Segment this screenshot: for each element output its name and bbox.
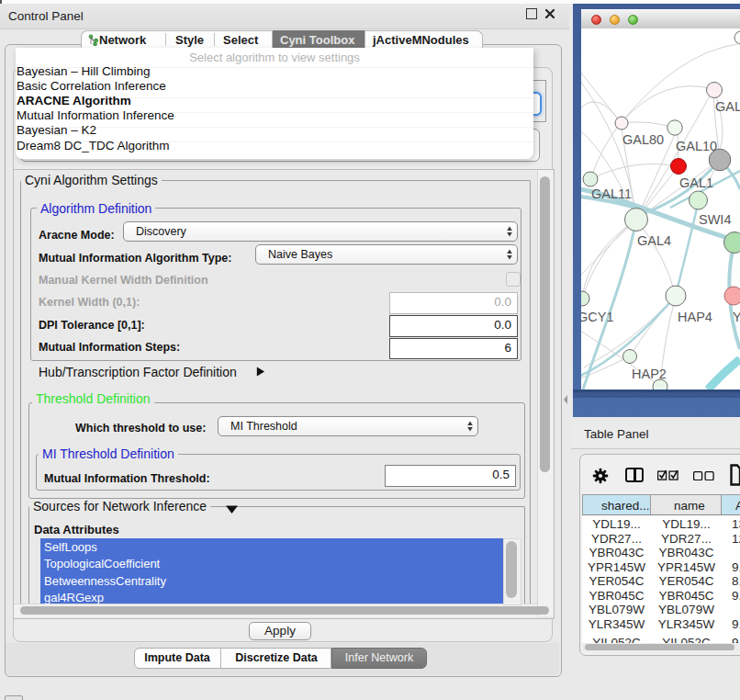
svg-text:HAP2: HAP2 <box>632 367 667 381</box>
svg-text:GAL80: GAL80 <box>622 132 664 147</box>
svg-text:HAP4: HAP4 <box>678 310 712 324</box>
svg-text:GCY1: GCY1 <box>581 310 614 324</box>
svg-text:GAL10: GAL10 <box>676 139 717 153</box>
svg-text:GAL11: GAL11 <box>591 186 632 201</box>
svg-text:Y: Y <box>733 310 740 324</box>
svg-text:SWI4: SWI4 <box>699 212 731 227</box>
svg-text:GAL2: GAL2 <box>715 99 740 114</box>
svg-text:GAL4: GAL4 <box>637 233 671 248</box>
svg-text:GAL1: GAL1 <box>679 175 713 190</box>
